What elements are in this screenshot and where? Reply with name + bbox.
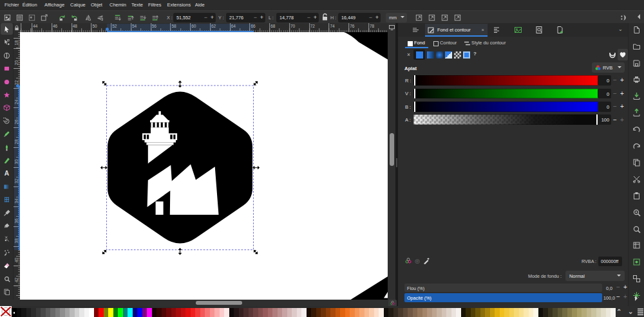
svg-text:A: A bbox=[5, 170, 10, 177]
